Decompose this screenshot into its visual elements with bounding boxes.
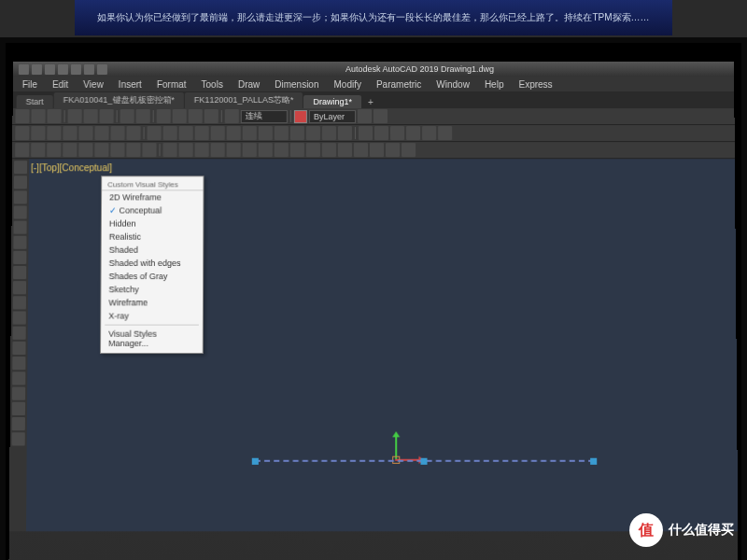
rotate-icon[interactable] (179, 126, 193, 140)
hatch-icon[interactable] (110, 126, 124, 140)
ellipse-icon[interactable] (94, 126, 108, 140)
vmtext-icon[interactable] (12, 432, 25, 445)
mirror-icon[interactable] (195, 126, 209, 140)
color-swatch[interactable] (294, 110, 307, 123)
osnap-tangent-icon[interactable] (126, 143, 140, 157)
vline-icon[interactable] (14, 161, 27, 174)
tab-doc-1[interactable]: FKA010041_键盘机板密控箱* (54, 92, 184, 108)
leader-icon[interactable] (438, 126, 452, 140)
vcircle-icon[interactable] (13, 251, 26, 264)
osnap-quadrant-icon[interactable] (78, 143, 92, 157)
menu-format[interactable]: Format (151, 79, 192, 90)
mtext-icon[interactable] (179, 143, 193, 157)
copy-obj-icon[interactable] (163, 126, 177, 140)
tab-start[interactable]: Start (17, 95, 53, 108)
undo-icon[interactable] (120, 109, 134, 123)
menu-dimension[interactable]: Dimension (269, 79, 324, 90)
dimangular-icon[interactable] (390, 126, 404, 140)
rectangle-icon[interactable] (78, 126, 92, 140)
vblock-icon[interactable] (12, 342, 25, 355)
menu-insert[interactable]: Insert (113, 79, 148, 90)
layer-props-icon[interactable] (225, 109, 239, 123)
menu-express[interactable]: Express (514, 79, 558, 90)
qat-redo-icon[interactable] (84, 63, 94, 74)
polyline-icon[interactable] (31, 126, 45, 140)
scale-icon[interactable] (227, 126, 241, 140)
qat-new-icon[interactable] (32, 63, 42, 74)
vsm-shadededges[interactable]: Shaded with edges (102, 257, 204, 270)
fillet-icon[interactable] (275, 126, 289, 140)
vinsert-icon[interactable] (13, 327, 26, 340)
osnap-perpendicular-icon[interactable] (110, 143, 124, 157)
vsm-realistic[interactable]: Realistic (102, 231, 204, 244)
vsm-wireframe[interactable]: Wireframe (101, 296, 203, 309)
vsm-sketchy[interactable]: Sketchy (101, 283, 203, 296)
vspline-icon[interactable] (13, 281, 26, 294)
vgradient-icon[interactable] (12, 387, 25, 400)
layer-dropdown[interactable]: ByLayer (309, 110, 356, 123)
menu-parametric[interactable]: Parametric (371, 79, 427, 90)
vsm-manager[interactable]: Visual Styles Manager... (101, 328, 203, 350)
erase-icon[interactable] (322, 126, 336, 140)
dimaligned-icon[interactable] (374, 126, 388, 140)
vpolygon-icon[interactable] (14, 205, 27, 218)
vellipsearc-icon[interactable] (13, 311, 26, 324)
match-props-icon[interactable] (204, 109, 218, 123)
vsm-conceptual[interactable]: Conceptual (102, 203, 203, 217)
grip-endpoint-2[interactable] (590, 458, 597, 465)
extrude-icon[interactable] (386, 143, 400, 157)
boundary-icon[interactable] (275, 143, 289, 157)
vsm-shadesgray[interactable]: Shades of Gray (101, 270, 203, 283)
varc-icon[interactable] (13, 236, 26, 249)
block-icon[interactable] (211, 143, 225, 157)
menu-file[interactable]: File (17, 79, 43, 90)
osnap-center-icon[interactable] (47, 143, 61, 157)
trim-icon[interactable] (243, 126, 257, 140)
layer-iso-icon[interactable] (374, 109, 388, 123)
zoom-icon[interactable] (173, 109, 187, 123)
vregion-icon[interactable] (12, 402, 25, 415)
dimlinear-icon[interactable] (359, 126, 373, 140)
table-icon[interactable] (195, 143, 209, 157)
cut-icon[interactable] (68, 109, 82, 123)
circle-icon[interactable] (47, 126, 61, 140)
vellipse-icon[interactable] (13, 296, 26, 309)
properties-icon[interactable] (189, 109, 203, 123)
3dpoly-icon[interactable] (354, 143, 368, 157)
osnap-nearest-icon[interactable] (142, 143, 156, 157)
offset-icon[interactable] (306, 126, 320, 140)
open-icon[interactable] (31, 109, 45, 123)
vhatch-icon[interactable] (12, 371, 25, 385)
grip-midpoint[interactable] (420, 458, 427, 465)
copy-icon[interactable] (84, 109, 98, 123)
new-icon[interactable] (15, 109, 29, 123)
osnap-midpoint-icon[interactable] (31, 143, 45, 157)
menu-edit[interactable]: Edit (47, 79, 74, 90)
vsm-2dwireframe[interactable]: 2D Wireframe (102, 190, 203, 203)
helix-icon[interactable] (338, 143, 352, 157)
qat-print-icon[interactable] (97, 63, 107, 74)
array-icon[interactable] (290, 126, 304, 140)
menu-tools[interactable]: Tools (195, 79, 228, 90)
wipeout-icon[interactable] (290, 143, 304, 157)
explode-icon[interactable] (338, 126, 352, 140)
qat-save-icon[interactable] (58, 63, 68, 74)
paste-icon[interactable] (100, 109, 114, 123)
save-icon[interactable] (47, 109, 61, 123)
line-icon[interactable] (15, 126, 29, 140)
text-icon[interactable] (162, 143, 176, 157)
point-icon[interactable] (243, 143, 257, 157)
region-icon[interactable] (259, 143, 273, 157)
vrevcloud-icon[interactable] (13, 266, 26, 279)
drawing-canvas[interactable]: [-][Top][Conceptual] Custom Visual Style… (9, 159, 738, 531)
stretch-icon[interactable] (211, 126, 225, 140)
arc-icon[interactable] (63, 126, 77, 140)
viewport-controls[interactable]: [-][Top][Conceptual] (31, 162, 112, 173)
menu-view[interactable]: View (78, 79, 109, 90)
redo-icon[interactable] (136, 109, 150, 123)
vsm-hidden[interactable]: Hidden (102, 217, 203, 231)
menu-window[interactable]: Window (430, 79, 475, 90)
osnap-intersection-icon[interactable] (94, 143, 108, 157)
vpolyline-icon[interactable] (14, 190, 27, 203)
osnap-node-icon[interactable] (63, 143, 77, 157)
